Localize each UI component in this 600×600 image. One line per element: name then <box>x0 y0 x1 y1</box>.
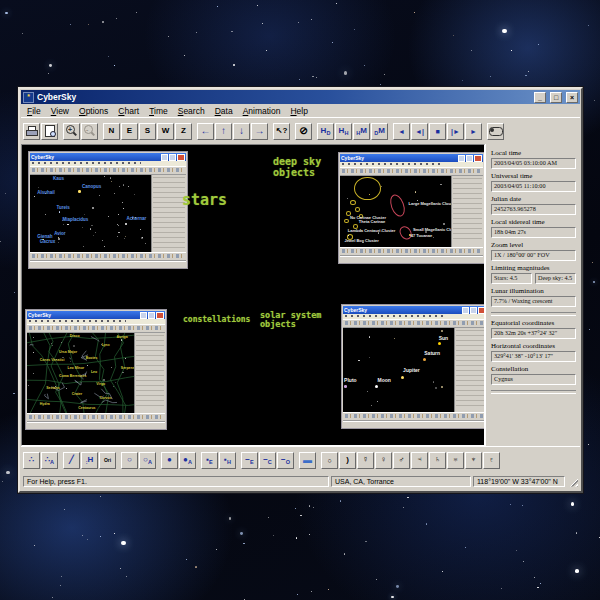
horizon-fill-button[interactable]: ▬ <box>299 452 316 469</box>
background-star <box>5 12 8 15</box>
planet-names-button[interactable]: ●A <box>179 452 196 469</box>
scroll-up-button[interactable]: ↑ <box>215 123 232 140</box>
menu-item-search[interactable]: Search <box>173 106 210 116</box>
ecliptic-line-button[interactable]: −E <box>241 452 258 469</box>
celestial-equator-button[interactable]: −C <box>259 452 276 469</box>
mini-minimize-button[interactable] <box>458 155 465 162</box>
deep-sky-names-button[interactable]: ○A <box>139 452 156 469</box>
constellation-names-button[interactable]: Ori <box>99 452 116 469</box>
constellation-boundaries-button[interactable]: :H <box>81 452 98 469</box>
menu-item-options[interactable]: Options <box>74 106 113 116</box>
chart-client-area[interactable]: stars deep sky objects constellations so… <box>21 144 485 446</box>
scroll-left-button[interactable]: ← <box>197 123 214 140</box>
mini-maximize-button[interactable] <box>148 312 155 319</box>
mini-maximize-button[interactable] <box>470 307 477 314</box>
resize-grip[interactable] <box>568 477 578 487</box>
step-back-hour-button[interactable]: HH <box>335 123 352 140</box>
play-reverse-button[interactable]: ◄ <box>393 123 410 140</box>
mini-maximize-button[interactable] <box>169 154 176 161</box>
context-help-button[interactable]: ↖? <box>273 123 290 140</box>
mini-close-button[interactable] <box>478 307 485 314</box>
step-forward-hour-button[interactable]: HM <box>353 123 370 140</box>
face-west-button[interactable]: W <box>157 123 174 140</box>
faint-star <box>114 193 115 194</box>
menu-item-chart[interactable]: Chart <box>113 106 144 116</box>
print-button[interactable] <box>23 123 40 140</box>
print-preview-button[interactable] <box>41 123 58 140</box>
background-star <box>594 100 595 101</box>
menu-item-time[interactable]: Time <box>144 106 173 116</box>
faint-star <box>84 214 85 215</box>
face-north-button[interactable]: N <box>103 123 120 140</box>
mini-minimize-button[interactable] <box>161 154 168 161</box>
mini-title-bar[interactable]: CyberSky <box>340 154 483 162</box>
mini-minimize-button[interactable] <box>462 307 469 314</box>
zoom-out-button[interactable]: - <box>81 123 98 140</box>
menu-item-view[interactable]: View <box>46 106 74 116</box>
scroll-down-button[interactable]: ↓ <box>233 123 250 140</box>
child-window-stars[interactable]: CyberSkyKausCanopusAlsuhailTureisMiaplac… <box>28 151 188 269</box>
step-backward-button[interactable]: ◄| <box>411 123 428 140</box>
mini-title-bar[interactable]: CyberSky <box>30 153 186 161</box>
background-star <box>240 532 243 535</box>
maximize-button[interactable]: □ <box>550 92 562 103</box>
face-east-button[interactable]: E <box>121 123 138 140</box>
menu-item-data[interactable]: Data <box>210 106 238 116</box>
mini-minimize-button[interactable] <box>140 312 147 319</box>
neptune-button[interactable]: ♆ <box>465 452 482 469</box>
mercury-button[interactable]: ☿ <box>357 452 374 469</box>
faint-star <box>415 191 417 193</box>
zoom-in-button[interactable]: + <box>63 123 80 140</box>
background-star <box>100 496 101 497</box>
horizon-line-button[interactable]: −O <box>277 452 294 469</box>
title-bar[interactable]: * CyberSky _ □ × <box>21 90 580 104</box>
scroll-right-button[interactable]: → <box>251 123 268 140</box>
mini-title-bar[interactable]: CyberSky <box>343 306 485 314</box>
object-dot <box>34 196 36 198</box>
app-window: * CyberSky _ □ × FileViewOptionsChartTim… <box>18 87 583 493</box>
show-deep-sky-button[interactable]: ○ <box>121 452 138 469</box>
pluto-button[interactable]: ♇ <box>483 452 500 469</box>
mini-title-bar[interactable]: CyberSky <box>27 311 165 319</box>
show-star-names-button[interactable]: ∴A <box>41 452 58 469</box>
venus-button[interactable]: ♀ <box>375 452 392 469</box>
menu-item-help[interactable]: Help <box>285 106 312 116</box>
background-star <box>48 73 49 74</box>
saturn-button[interactable]: ♄ <box>429 452 446 469</box>
menu-item-file[interactable]: File <box>22 106 46 116</box>
background-star <box>344 71 348 75</box>
face-zenith-button[interactable]: Z <box>175 123 192 140</box>
equatorial-grid-button[interactable]: ▪E <box>201 452 218 469</box>
mini-close-button[interactable] <box>156 312 164 319</box>
menu-item-animation[interactable]: Animation <box>238 106 286 116</box>
jupiter-button[interactable]: ♃ <box>411 452 428 469</box>
step-forward-day-button[interactable]: DM <box>371 123 388 140</box>
mini-close-button[interactable] <box>177 154 185 161</box>
step-back-day-button[interactable]: HD <box>317 123 334 140</box>
show-planets-button[interactable]: ● <box>161 452 178 469</box>
child-window-constellations[interactable]: CyberSkyDracoAurigaLynxUrsa MajorCanes V… <box>25 309 167 430</box>
moon-button[interactable]: ) <box>339 452 356 469</box>
stop-animation-button[interactable]: ■ <box>429 123 446 140</box>
time-direction-toggle-button[interactable] <box>487 123 504 140</box>
mini-close-button[interactable] <box>474 155 482 162</box>
chart-label: Pluto <box>344 378 357 383</box>
play-forward-button[interactable]: ► <box>465 123 482 140</box>
constellation-figures-button[interactable]: ╱ <box>63 452 80 469</box>
child-window-solar-system[interactable]: CyberSkySunSaturnJupiterMoonPluto <box>341 304 485 429</box>
close-button[interactable]: × <box>566 92 578 103</box>
minimize-button[interactable]: _ <box>534 92 546 103</box>
mini-status-bar <box>27 422 165 428</box>
mini-maximize-button[interactable] <box>466 155 473 162</box>
background-star <box>465 547 466 548</box>
sun-button[interactable]: ○ <box>321 452 338 469</box>
show-stars-button[interactable]: ∴ <box>23 452 40 469</box>
horizon-grid-button[interactable]: ▪H <box>219 452 236 469</box>
background-star <box>525 75 526 76</box>
child-window-deep-sky[interactable]: CyberSkyLarge Magellanic CloudNu Carinae… <box>338 152 485 264</box>
mars-button[interactable]: ♂ <box>393 452 410 469</box>
uranus-button[interactable]: ♅ <box>447 452 464 469</box>
step-forward-button[interactable]: |► <box>447 123 464 140</box>
stop-time-button[interactable]: ⊘ <box>295 123 312 140</box>
face-south-button[interactable]: S <box>139 123 156 140</box>
